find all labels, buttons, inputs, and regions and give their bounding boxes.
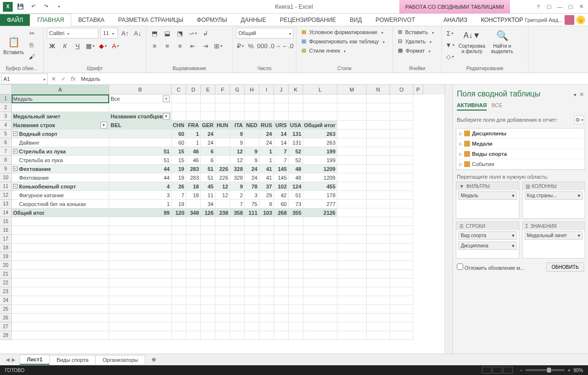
cell[interactable]: 24 [259, 138, 274, 147]
tab-layout[interactable]: РАЗМЕТКА СТРАНИЦЫ [111, 14, 190, 26]
cell[interactable]: 14 [274, 130, 289, 138]
cell[interactable] [186, 331, 201, 340]
cell[interactable]: 73 [289, 200, 303, 208]
align-top-icon[interactable]: ⬒ [149, 28, 160, 38]
cell[interactable] [259, 287, 274, 296]
cell[interactable] [186, 261, 201, 270]
user-area[interactable]: Григорий Авд... ☺ [525, 14, 585, 26]
cell[interactable] [12, 226, 109, 235]
row-header[interactable]: 2 [0, 103, 12, 112]
cell[interactable] [216, 252, 230, 261]
cell[interactable] [12, 217, 109, 226]
cell[interactable] [367, 331, 390, 340]
cell[interactable] [274, 296, 289, 305]
row-header[interactable]: 19 [0, 252, 12, 261]
wrap-text-icon[interactable]: ↲ [200, 28, 211, 38]
cell[interactable]: 45 [201, 182, 216, 191]
cell[interactable] [390, 200, 413, 208]
cancel-formula-icon[interactable]: ✕ [49, 74, 59, 84]
cell[interactable] [186, 112, 201, 121]
cell[interactable] [259, 94, 274, 103]
format-as-table-button[interactable]: ▦Форматировать как таблицу [299, 37, 390, 45]
cell[interactable]: 124 [289, 182, 303, 191]
cell[interactable]: 18 [186, 191, 201, 200]
autosum-icon[interactable]: Σ [445, 28, 455, 38]
cell[interactable] [172, 103, 186, 112]
cell[interactable] [259, 252, 274, 261]
cell[interactable]: URS [274, 121, 289, 130]
cell-styles-button[interactable]: ▦Стили ячеек [299, 46, 390, 55]
cell[interactable]: 60 [172, 138, 186, 147]
cell[interactable]: 120 [172, 208, 186, 217]
formula-input[interactable]: Медаль [78, 76, 588, 82]
cell[interactable] [367, 208, 390, 217]
row-header[interactable]: 6 [0, 138, 12, 147]
number-format-combo[interactable]: Общий [236, 28, 294, 38]
cell[interactable] [289, 244, 303, 252]
col-header[interactable]: J [274, 85, 289, 94]
values-zone[interactable]: ΣЗНАЧЕНИЯ Медальный зачет▾ [522, 222, 586, 259]
cell[interactable] [390, 314, 413, 322]
taskpane-dropdown-icon[interactable]: ▾ [574, 92, 576, 97]
cell[interactable] [172, 244, 186, 252]
zone-item[interactable]: Дисциплина▾ [458, 242, 517, 250]
minimize-icon[interactable]: — [555, 3, 565, 11]
cell[interactable]: 199 [303, 147, 337, 156]
cell[interactable] [172, 331, 186, 340]
cell[interactable]: 126 [201, 208, 216, 217]
cell[interactable]: Все▾ [109, 94, 172, 103]
row-header[interactable]: 13 [0, 200, 12, 208]
cell[interactable] [274, 287, 289, 296]
save-icon[interactable]: 💾 [16, 2, 25, 12]
cell[interactable] [186, 296, 201, 305]
col-header[interactable]: I [259, 85, 274, 94]
cell[interactable] [367, 165, 390, 173]
defer-update-checkbox[interactable]: Отложить обновление м... [457, 263, 524, 271]
cell[interactable] [390, 226, 413, 235]
cell[interactable] [245, 270, 259, 279]
cell[interactable] [274, 217, 289, 226]
orientation-icon[interactable]: ⤻ [187, 28, 198, 38]
field-item[interactable]: ▷Медали [456, 139, 585, 149]
sheet-nav-prev-icon[interactable]: ◀ [6, 357, 10, 362]
cell[interactable] [303, 314, 337, 322]
cell[interactable]: 44 [109, 165, 172, 173]
cell[interactable] [367, 94, 390, 103]
cell[interactable]: 283 [186, 173, 201, 182]
cell[interactable] [303, 94, 337, 103]
cell[interactable] [390, 182, 413, 191]
cell[interactable] [109, 322, 172, 331]
row-header[interactable]: 14 [0, 208, 12, 217]
tab-file[interactable]: ФАЙЛ [0, 14, 30, 26]
cell[interactable] [230, 252, 245, 261]
accounting-format-icon[interactable]: ₽ [236, 40, 245, 51]
tab-active-fields[interactable]: АКТИВНАЯ [457, 102, 487, 111]
cell[interactable]: 226 [216, 165, 230, 173]
cell[interactable] [216, 112, 230, 121]
cell[interactable] [12, 331, 109, 340]
cell[interactable]: 131 [289, 138, 303, 147]
cell[interactable]: 24 [201, 130, 216, 138]
cell[interactable] [230, 226, 245, 235]
cell[interactable] [186, 200, 201, 208]
cell[interactable] [216, 103, 230, 112]
cell[interactable] [201, 103, 216, 112]
insert-cells-button[interactable]: ⊞Вставить [396, 28, 438, 36]
cell[interactable] [230, 217, 245, 226]
cell[interactable] [337, 165, 367, 173]
cell[interactable]: 48 [289, 165, 303, 173]
cell[interactable] [12, 296, 109, 305]
cell[interactable] [109, 130, 172, 138]
fill-icon[interactable]: ▼ [445, 39, 455, 50]
cell[interactable] [245, 226, 259, 235]
col-header[interactable]: K [289, 85, 303, 94]
cell[interactable]: 1 [109, 200, 172, 208]
cell[interactable]: 328 [230, 173, 245, 182]
row-header[interactable]: 3 [0, 112, 12, 121]
cell[interactable] [390, 305, 413, 314]
clear-icon[interactable]: ◇ [445, 51, 455, 62]
cell[interactable] [367, 244, 390, 252]
cell[interactable]: 3 [109, 191, 172, 200]
cell[interactable]: 348 [186, 208, 201, 217]
cell[interactable] [337, 226, 367, 235]
